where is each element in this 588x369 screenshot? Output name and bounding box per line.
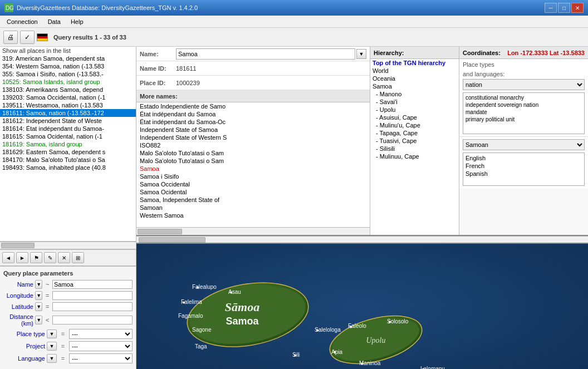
more-names-item[interactable]: Samoa i Sisifo — [136, 173, 370, 180]
lang-select[interactable]: Samoan — [463, 139, 585, 150]
placeid-label: Place ID: — [140, 80, 176, 86]
param-input-distance[interactable] — [52, 316, 133, 324]
list-item[interactable]: 181614: État indépendant du Samoa- — [0, 125, 136, 132]
hierarchy-item[interactable]: - Savai'i — [370, 98, 459, 106]
param-row-placetype: Place type ▼ = --- — [3, 329, 133, 339]
place-type-item[interactable]: independent sovereign nation — [464, 101, 583, 109]
param-input-longitude[interactable] — [52, 291, 133, 300]
param-btn-placetype[interactable]: ▼ — [47, 329, 57, 338]
list-item[interactable]: 138103: Amerikaans Samoa, depend — [0, 86, 136, 94]
hierarchy-item[interactable]: World — [370, 67, 459, 75]
param-input-name[interactable] — [52, 280, 133, 289]
place-type-item[interactable]: mandate — [464, 109, 583, 116]
more-names-item[interactable]: Samoa, Independent State of — [136, 196, 370, 204]
map-area[interactable]: Sāmoa Samoa Upolu Falealupo Asau Falelim… — [136, 244, 588, 369]
more-names-item[interactable]: Western Samoa — [136, 211, 370, 219]
menu-data[interactable]: Data — [43, 17, 65, 26]
more-names-item[interactable]: Samoan — [136, 204, 370, 211]
more-names-item[interactable]: Estado Independiente de Samo — [136, 102, 370, 110]
more-names-item-highlight[interactable]: Samoa — [136, 165, 370, 173]
more-names-item[interactable]: Independent State of Western S — [136, 134, 370, 141]
param-btn-name[interactable]: ▼ — [35, 280, 43, 289]
place-type-item[interactable]: primary political unit — [464, 116, 583, 123]
add-button[interactable]: ⊞ — [72, 252, 84, 263]
hierarchy-list[interactable]: Top of the TGN hierarchy World Oceania S… — [370, 59, 459, 235]
hierarchy-item[interactable]: - Silisili — [370, 145, 459, 152]
lang-item[interactable]: Spanish — [464, 170, 583, 178]
list-item[interactable]: 181615: Samoa Ocidental, nation (-1 — [0, 132, 136, 140]
name-input[interactable] — [176, 48, 355, 60]
place-type-item[interactable]: constitutional monarchy — [464, 94, 583, 101]
minimize-button[interactable]: ─ — [545, 3, 557, 13]
param-btn-project[interactable]: ▼ — [47, 342, 57, 351]
lang-item[interactable]: English — [464, 154, 583, 162]
toolbar-check-button[interactable]: ✓ — [20, 31, 35, 44]
param-select-placetype[interactable]: --- — [69, 329, 133, 339]
list-item[interactable]: 139203: Samoa Occidental, nation (-1 — [0, 94, 136, 101]
list-item[interactable]: 355: Samoa i Sisifo, nation (-13.583.- — [0, 70, 136, 78]
more-names-item[interactable]: Malo Sa'oloto Tuto'atasi o Sam — [136, 157, 370, 165]
h-scrollbar-results[interactable] — [0, 242, 136, 249]
menu-connection[interactable]: Connection — [2, 17, 42, 26]
svg-text:Apia: Apia — [331, 349, 342, 355]
hierarchy-item[interactable]: - Asuisui, Cape — [370, 114, 459, 121]
delete-button[interactable]: ✕ — [58, 252, 70, 263]
more-names-item[interactable]: Independent State of Samoa — [136, 126, 370, 134]
h-scrollbar-names[interactable] — [136, 227, 370, 235]
name-dropdown-button[interactable]: ▼ — [356, 49, 366, 59]
show-all-item[interactable]: Show all places in the list — [0, 47, 136, 55]
list-item[interactable]: 181629: Eastern Samoa, dependent s — [0, 148, 136, 156]
more-names-item[interactable]: Malo Sa'oloto Tuto'atasi o Sam — [136, 149, 370, 157]
details-area: Name: ▼ Name ID: 181611 Place ID: 100023… — [136, 47, 588, 236]
list-item[interactable]: 184170: Malo Sa'oloto Tuto'atasi o Sa — [0, 156, 136, 164]
h-scrollbar-details[interactable] — [136, 236, 588, 244]
param-btn-longitude[interactable]: ▼ — [35, 291, 43, 300]
list-item[interactable]: 354: Western Samoa, nation (-13.583 — [0, 62, 136, 70]
more-names-list[interactable]: Estado Independiente de Samo État indépe… — [136, 102, 370, 227]
more-names-item[interactable]: État indépendant du Samoa-Oc — [136, 118, 370, 126]
nav-forward-button[interactable]: ► — [16, 252, 28, 263]
list-item-group[interactable]: 181619: Samoa, island group — [0, 140, 136, 148]
param-btn-distance[interactable]: ▼ — [35, 316, 43, 324]
menu-help[interactable]: Help — [66, 17, 88, 26]
edit-button[interactable]: ✎ — [44, 252, 56, 263]
nav-back-button[interactable]: ◄ — [2, 252, 14, 263]
maximize-button[interactable]: □ — [558, 3, 570, 13]
languages-area: Samoan English French Spanish — [459, 137, 588, 188]
param-btn-latitude[interactable]: ▼ — [35, 302, 43, 311]
list-item-group[interactable]: 10525: Samoa Islands, island group — [0, 78, 136, 86]
languages-list[interactable]: English French Spanish — [463, 152, 585, 186]
param-row-language: Language ▼ = --- — [3, 353, 133, 363]
lang-item[interactable]: French — [464, 162, 583, 170]
param-input-latitude[interactable] — [52, 302, 133, 311]
param-op-name: ~ — [44, 281, 51, 288]
more-names-item[interactable]: État indépendant du Samoa — [136, 110, 370, 118]
hierarchy-item[interactable]: - Manono — [370, 90, 459, 98]
hierarchy-item[interactable]: - Tapaga, Cape — [370, 129, 459, 137]
place-type-select[interactable]: nation — [463, 79, 585, 90]
param-btn-language[interactable]: ▼ — [47, 354, 57, 363]
more-names-item[interactable]: ISO882 — [136, 141, 370, 149]
list-item[interactable]: 181612: Independent State of Weste — [0, 117, 136, 125]
hierarchy-item[interactable]: Top of the TGN hierarchy — [370, 59, 459, 67]
close-button[interactable]: ✕ — [571, 3, 584, 13]
param-op-placetype: = — [58, 331, 67, 337]
list-item[interactable]: 319: American Samoa, dependent sta — [0, 55, 136, 62]
more-names-item[interactable]: Samoa Occidental — [136, 180, 370, 188]
more-names-item[interactable]: Samoa Ocidental — [136, 188, 370, 196]
hierarchy-item[interactable]: - Mulinu'u, Cape — [370, 121, 459, 129]
hierarchy-item[interactable]: Samoa — [370, 82, 459, 90]
hierarchy-item[interactable]: - Upolu — [370, 106, 459, 114]
param-select-language[interactable]: --- — [69, 353, 133, 363]
filter-button[interactable]: ⚑ — [30, 252, 42, 263]
toolbar-print-button[interactable]: 🖨 — [3, 31, 18, 44]
results-list[interactable]: Show all places in the list 319: America… — [0, 47, 136, 242]
hierarchy-item[interactable]: - Tuasivi, Cape — [370, 137, 459, 145]
hierarchy-item[interactable]: Oceania — [370, 75, 459, 82]
place-types-list[interactable]: constitutional monarchy independent sove… — [463, 92, 585, 134]
list-item[interactable]: 139511: Westsamoa, nation (-13.583 — [0, 101, 136, 109]
list-item[interactable]: 198493: Samoa, inhabited place (40.8 — [0, 164, 136, 171]
hierarchy-item[interactable]: - Mulinuu, Cape — [370, 152, 459, 160]
param-select-project[interactable]: --- — [69, 341, 133, 351]
list-item-selected[interactable]: 181611: Samoa, nation (-13.583.-172 — [0, 109, 136, 117]
